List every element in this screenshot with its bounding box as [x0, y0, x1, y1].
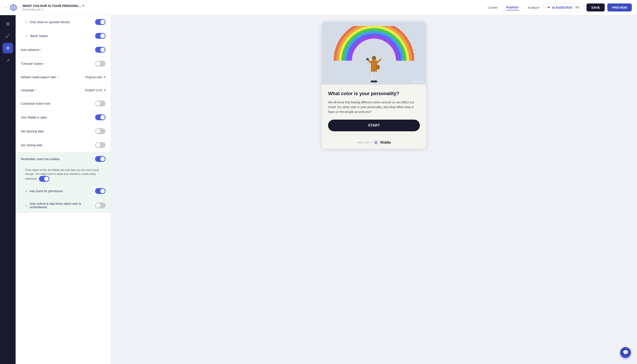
- svg-point-4: [336, 56, 337, 57]
- svg-rect-15: [366, 58, 369, 60]
- setting-choose-button: "Choose" button ℹ: [16, 57, 111, 71]
- ai-assistant-button[interactable]: ✦ AI ASSISTANT ⌘K: [544, 4, 584, 12]
- svg-point-12: [376, 65, 380, 70]
- rainbow-container: [322, 22, 426, 84]
- setting-back-button-label: ↳ "Back" button: [25, 34, 48, 38]
- back-button[interactable]: ‹: [5, 5, 6, 10]
- tab-analyze[interactable]: Analyze: [528, 5, 539, 10]
- quiz-content: What color is your personality? We all k…: [322, 84, 426, 136]
- toggle-back-button[interactable]: [95, 33, 106, 39]
- quiz-title: What color is your personality?: [328, 90, 420, 97]
- sidebar-item-settings[interactable]: ⚙: [2, 43, 13, 53]
- riddle-logo-text: Riddle: [380, 140, 391, 144]
- tab-publish[interactable]: Publish*: [506, 4, 519, 10]
- made-with-riddle: MADE WITH Riddle: [322, 136, 426, 149]
- setting-media-aspect-label: Default media aspect ratio ℹ: [21, 76, 58, 79]
- person-figure: [365, 54, 383, 84]
- tab-publish-label: Publish: [506, 6, 518, 9]
- setting-only-show-label: ↳ Only show on question blocks: [25, 20, 70, 24]
- setting-cookies: Remember users via cookies: [16, 152, 111, 166]
- ai-sparkle-icon: ✦: [547, 6, 550, 10]
- media-aspect-dropdown[interactable]: Original ratio ▾: [85, 76, 106, 79]
- toggle-set-closing[interactable]: [95, 142, 106, 148]
- header-actions: ✦ AI ASSISTANT ⌘K SAVE PREVIEW: [544, 4, 632, 12]
- preview-button[interactable]: PREVIEW: [607, 4, 632, 12]
- quiz-description: We all know that having different colors…: [328, 100, 420, 114]
- toggle-customize-btn[interactable]: [95, 100, 106, 106]
- toggle-only-show[interactable]: [95, 19, 106, 25]
- toggle-cookie-desc[interactable]: [39, 176, 50, 182]
- setting-customize-btn: Customize button text: [16, 97, 111, 110]
- svg-line-14: [377, 60, 380, 63]
- cookie-description: If this option is ON, the Riddle will wr…: [16, 166, 111, 184]
- setting-choose-button-label: "Choose" button ℹ: [21, 62, 45, 66]
- quiz-image: pexels.com: [322, 22, 426, 84]
- toggle-auto-submit[interactable]: [95, 202, 106, 208]
- ai-shortcut-kbd: ⌘K: [574, 6, 580, 9]
- indent-arrow-ask: ↳: [25, 189, 28, 192]
- tab-create[interactable]: Create: [488, 5, 498, 10]
- title-area: WHAT COLOUR IS YOUR PERSONA... ✏ Persona…: [22, 4, 484, 11]
- toggle-auto-advance[interactable]: [95, 47, 106, 53]
- toggle-set-opening[interactable]: [95, 128, 106, 134]
- main-layout: ⊞ 🖊 ⚙ ↗ ↳ Only show on question blocks ↳…: [0, 15, 637, 364]
- media-aspect-info-icon[interactable]: ℹ: [58, 76, 58, 79]
- settings-panel: ↳ Only show on question blocks ↳ "Back" …: [16, 15, 111, 364]
- riddle-logo-icon: [373, 140, 378, 145]
- ai-btn-label: AI ASSISTANT: [552, 6, 573, 9]
- choose-button-info-icon[interactable]: ℹ: [44, 62, 45, 65]
- svg-point-5: [334, 52, 334, 52]
- setting-media-aspect: Default media aspect ratio ℹ Original ra…: [16, 71, 111, 84]
- subtitle-text: Personality quiz: [22, 8, 41, 11]
- nav-tabs: Create Publish* Analyze: [488, 4, 539, 10]
- svg-point-18: [371, 80, 374, 82]
- setting-language: Language ℹ English (US) ▾: [16, 84, 111, 97]
- indent-arrow-auto-submit: ↳: [25, 204, 28, 207]
- svg-rect-16: [371, 72, 374, 81]
- sidebar-item-share[interactable]: ↗: [2, 55, 13, 66]
- media-aspect-chevron: ▾: [104, 76, 106, 79]
- save-button[interactable]: SAVE: [586, 4, 605, 12]
- toggle-riddle-open[interactable]: [95, 114, 106, 120]
- language-dropdown[interactable]: English (US) ▾: [85, 88, 106, 92]
- setting-set-opening-label: Set opening date: [21, 130, 44, 133]
- toggle-choose-button[interactable]: [95, 61, 106, 66]
- setting-set-closing: Set closing date: [16, 138, 111, 152]
- indent-arrow-back: ↳: [25, 34, 28, 38]
- svg-point-10: [372, 56, 376, 60]
- setting-customize-btn-label: Customize button text: [21, 102, 50, 105]
- setting-only-show: ↳ Only show on question blocks: [16, 15, 111, 29]
- svg-point-7: [415, 50, 416, 50]
- svg-point-8: [341, 43, 342, 44]
- indent-arrow-only-show: ↳: [25, 20, 28, 24]
- made-with-label: MADE WITH: [357, 141, 372, 144]
- quiz-card: pexels.com What color is your personalit…: [322, 22, 426, 149]
- setting-language-label: Language ℹ: [21, 88, 36, 92]
- chat-bubble[interactable]: 💬: [620, 347, 631, 358]
- app-logo: [9, 3, 18, 12]
- setting-ask-permission-label: ↳ Ask users for permission: [25, 189, 63, 193]
- setting-auto-advance-label: Auto advance ℹ: [21, 48, 42, 52]
- sidebar-item-grid[interactable]: ⊞: [2, 19, 13, 29]
- sidebar-item-brush[interactable]: 🖊: [2, 31, 13, 41]
- setting-back-button: ↳ "Back" button: [16, 29, 111, 43]
- toggle-ask-permission[interactable]: [95, 188, 106, 194]
- auto-advance-info-icon[interactable]: ℹ: [41, 48, 42, 51]
- image-credit: pexels.com: [413, 80, 424, 83]
- subtitle-info-icon[interactable]: ℹ: [42, 8, 43, 11]
- icon-sidebar: ⊞ 🖊 ⚙ ↗: [0, 15, 16, 364]
- preview-area: pexels.com What color is your personalit…: [111, 15, 637, 364]
- setting-set-closing-label: Set closing date: [21, 144, 42, 147]
- edit-title-icon[interactable]: ✏: [82, 4, 84, 7]
- setting-riddle-open-label: Your Riddle is open: [21, 116, 47, 119]
- svg-line-13: [368, 60, 371, 63]
- publish-dot: *: [518, 6, 519, 9]
- language-info-icon[interactable]: ℹ: [36, 88, 36, 92]
- svg-point-19: [374, 80, 377, 82]
- setting-auto-submit: ↳ Auto submit & skip forms when user is …: [16, 198, 111, 213]
- setting-cookies-label: Remember users via cookies: [21, 157, 60, 161]
- setting-set-opening: Set opening date: [16, 124, 111, 138]
- toggle-cookies[interactable]: [95, 156, 106, 162]
- setting-auto-advance: Auto advance ℹ: [16, 43, 111, 57]
- start-button[interactable]: START: [328, 120, 420, 131]
